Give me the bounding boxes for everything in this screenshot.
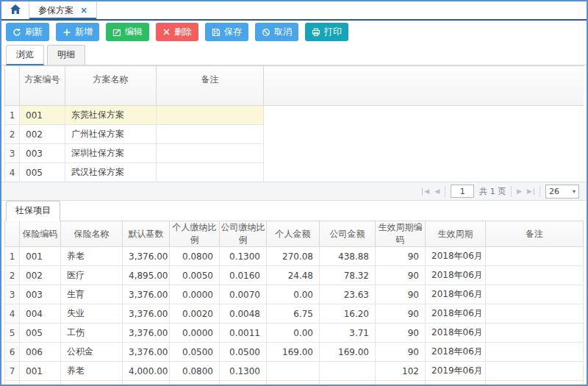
tab-detail[interactable]: 明细 [47,45,85,65]
row-number-cell[interactable]: 3 [5,144,20,163]
first-page-icon[interactable]: ◀ [422,188,429,195]
company-amount-cell[interactable]: 78.32 [320,266,376,285]
company-amount-cell[interactable]: 3.71 [320,324,376,343]
insurance-code-cell[interactable]: 001 [20,247,61,266]
row-number-cell[interactable]: 8 [5,381,20,386]
insurance-name-cell[interactable]: 养老 [61,362,123,381]
period-cell[interactable]: 2018年06月 [426,343,486,362]
company-ratio-cell[interactable]: 0.0011 [220,324,267,343]
row-number-cell[interactable]: 5 [5,324,20,343]
row-number-cell[interactable]: 7 [5,362,20,381]
save-button[interactable]: 保存 [205,23,248,41]
insurance-code-cell[interactable]: 005 [20,324,61,343]
item-table-row[interactable]: 7001养老4,000.000.08000.13001022019年06月 [5,362,584,381]
last-page-icon[interactable]: ▶ [527,188,534,195]
company-amount-cell[interactable] [320,381,376,386]
note-cell[interactable] [486,362,584,381]
period-code-cell[interactable]: 90 [376,266,426,285]
default-base-cell[interactable]: 3,376.00 [123,343,170,362]
page-size-select[interactable]: 26 ▾ [545,185,579,199]
default-base-cell[interactable]: 3,376.00 [123,324,170,343]
company-ratio-cell[interactable]: 0.0070 [220,285,267,304]
insurance-code-cell[interactable]: 002 [20,381,61,386]
item-table-row[interactable]: 6006公积金3,376.000.05000.0500169.00169.009… [5,343,584,362]
personal-amount-cell[interactable]: 24.48 [267,266,320,285]
row-number-cell[interactable]: 6 [5,343,20,362]
tab-social-insurance-items[interactable]: 社保项目 [6,201,60,221]
plan-table-row[interactable]: 4005武汉社保方案 [5,163,584,182]
personal-ratio-cell[interactable]: 0.0020 [170,304,220,324]
insurance-code-cell[interactable]: 006 [20,343,61,362]
item-table-row[interactable]: 3003生育3,376.000.00000.00700.0023.6390201… [5,285,584,304]
insurance-name-cell[interactable]: 医疗 [61,381,123,386]
personal-ratio-cell[interactable]: 0.0800 [170,247,220,266]
company-ratio-cell[interactable]: 0.0500 [220,343,267,362]
period-code-cell[interactable]: 90 [376,304,426,324]
period-cell[interactable]: 2018年06月 [426,304,486,324]
plan-note-cell[interactable] [157,144,264,163]
company-amount-cell[interactable] [320,362,376,381]
personal-amount-cell[interactable]: 6.75 [267,304,320,324]
plan-code-cell[interactable]: 001 [20,106,65,125]
row-number-cell[interactable]: 3 [5,285,20,304]
personal-ratio-cell[interactable]: 0.0500 [170,343,220,362]
insurance-name-cell[interactable]: 公积金 [61,343,123,362]
period-cell[interactable]: 2018年06月 [426,266,486,285]
period-code-cell[interactable]: 90 [376,285,426,304]
tab-browse[interactable]: 浏览 [6,45,44,65]
plan-name-cell[interactable]: 东莞社保方案 [65,106,157,125]
period-code-cell[interactable]: 102 [376,362,426,381]
period-cell[interactable]: 2019年10月 [426,381,486,386]
period-code-cell[interactable]: 90 [376,343,426,362]
period-cell[interactable]: 2018年06月 [426,285,486,304]
delete-button[interactable]: 删除 [156,23,198,41]
plan-code-cell[interactable]: 005 [20,163,65,182]
personal-ratio-cell[interactable]: 0.0050 [170,381,220,386]
period-code-cell[interactable]: 90 [376,324,426,343]
company-ratio-cell[interactable]: 0.0160 [220,266,267,285]
insurance-code-cell[interactable]: 001 [20,362,61,381]
company-ratio-cell[interactable]: 0.1300 [220,247,267,266]
item-table-row[interactable]: 4004失业3,376.000.00200.00486.7516.2090201… [5,304,584,324]
personal-ratio-cell[interactable]: 0.0000 [170,324,220,343]
company-ratio-cell[interactable]: 0.0160 [220,381,267,386]
page-number-input[interactable] [451,185,474,198]
default-base-cell[interactable]: 3,376.00 [123,247,170,266]
personal-amount-cell[interactable]: 0.00 [267,285,320,304]
item-table-row[interactable]: 8002医疗5,000.000.00500.01601062019年10月 [5,381,584,386]
note-cell[interactable] [486,285,584,304]
note-cell[interactable] [486,304,584,324]
company-amount-cell[interactable]: 169.00 [320,343,376,362]
row-number-cell[interactable]: 2 [5,125,20,144]
default-base-cell[interactable]: 4,000.00 [123,362,170,381]
row-number-cell[interactable]: 1 [5,106,20,125]
personal-amount-cell[interactable]: 270.08 [267,247,320,266]
row-number-cell[interactable]: 4 [5,304,20,324]
personal-amount-cell[interactable]: 0.00 [267,324,320,343]
plan-code-cell[interactable]: 003 [20,144,65,163]
company-amount-cell[interactable]: 438.88 [320,247,376,266]
plan-name-cell[interactable]: 广州社保方案 [65,125,157,144]
item-table-row[interactable]: 5005工伤3,376.000.00000.00110.003.71902018… [5,324,584,343]
plan-code-cell[interactable]: 002 [20,125,65,144]
personal-amount-cell[interactable]: 169.00 [267,343,320,362]
refresh-button[interactable]: 刷新 [6,23,49,41]
insurance-code-cell[interactable]: 004 [20,304,61,324]
note-cell[interactable] [486,247,584,266]
plan-name-cell[interactable]: 深圳社保方案 [65,144,157,163]
personal-ratio-cell[interactable]: 0.0800 [170,362,220,381]
default-base-cell[interactable]: 4,895.00 [123,266,170,285]
personal-amount-cell[interactable] [267,362,320,381]
plan-table-row[interactable]: 2002广州社保方案 [5,125,584,144]
personal-amount-cell[interactable] [267,381,320,386]
add-button[interactable]: 新增 [56,23,99,41]
item-table-row[interactable]: 2002医疗4,895.000.00500.016024.4878.329020… [5,266,584,285]
company-ratio-cell[interactable]: 0.1300 [220,362,267,381]
period-cell[interactable]: 2018年06月 [426,324,486,343]
default-base-cell[interactable]: 5,000.00 [123,381,170,386]
default-base-cell[interactable]: 3,376.00 [123,304,170,324]
insurance-name-cell[interactable]: 养老 [61,247,123,266]
insurance-name-cell[interactable]: 工伤 [61,324,123,343]
tab-insurance-plan[interactable]: 参保方案 × [29,1,97,19]
item-table-row[interactable]: 1001养老3,376.000.08000.1300270.08438.8890… [5,247,584,266]
